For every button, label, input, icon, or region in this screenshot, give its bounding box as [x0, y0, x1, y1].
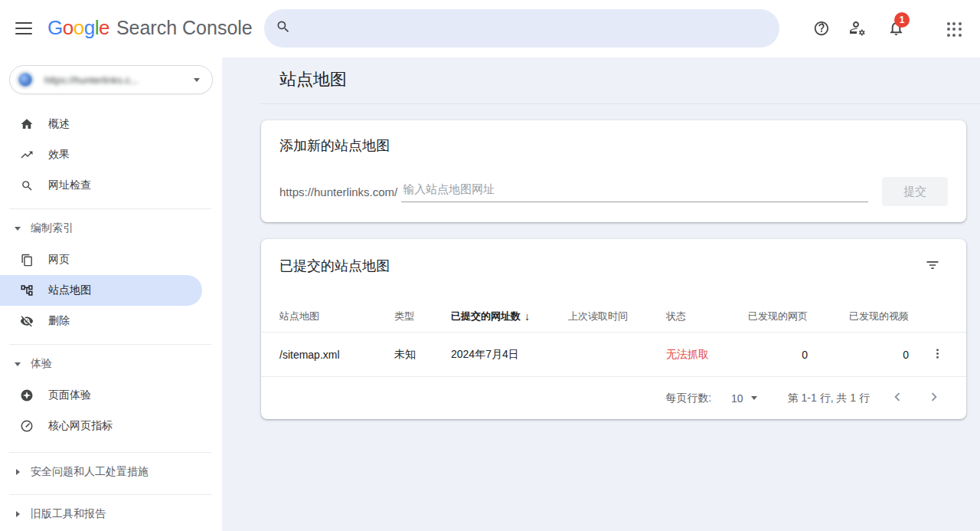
sidebar-item-label: 页面体验 [48, 388, 91, 402]
user-settings-button[interactable] [847, 18, 868, 40]
sort-desc-icon: ↓ [524, 310, 530, 323]
pagination-range: 第 1-1 行, 共 1 行 [788, 392, 870, 405]
sidebar-item-label: 概述 [48, 117, 70, 131]
sidebar-item-performance[interactable]: 效果 [0, 139, 202, 170]
sidebar-item-overview[interactable]: 概述 [0, 109, 202, 139]
rows-per-page-select[interactable]: 10 [731, 392, 757, 405]
row-menu-button[interactable] [927, 344, 949, 365]
sidebar-item-label: 核心网页指标 [48, 419, 113, 433]
col-header-discovered-pages[interactable]: 已发现的网页 [746, 310, 808, 323]
col-header-sitemap[interactable]: 站点地图 [279, 310, 394, 323]
chevron-down-icon [194, 78, 200, 82]
cell-submitted: 2024年7月4日 [451, 348, 568, 362]
chevron-right-icon [926, 388, 942, 408]
section-indexing[interactable]: 编制索引 [0, 217, 222, 240]
caret-down-icon [15, 362, 21, 366]
logo-letter: o [74, 16, 84, 40]
divider [261, 103, 980, 104]
logo-letter: o [63, 16, 74, 40]
col-header-label: 已提交的网址数 [451, 310, 521, 323]
sidebar-item-label: 站点地图 [48, 284, 91, 297]
logo-letter: G [47, 16, 63, 40]
sidebar-item-removals[interactable]: 删除 [0, 306, 202, 336]
search-input[interactable] [300, 22, 779, 35]
divider [9, 344, 211, 345]
sidebar-item-sitemaps[interactable]: 站点地图 [0, 275, 202, 306]
submitted-sitemaps-title: 已提交的站点地图 [279, 257, 390, 275]
cell-type: 未知 [394, 348, 451, 362]
sidebar-item-url-inspection[interactable]: 网址检查 [0, 170, 202, 201]
sidebar-nav: 概述 效果 网址检查 编制索引 [0, 109, 222, 526]
section-label: 编制索引 [31, 221, 74, 235]
previous-page-button[interactable] [888, 389, 906, 408]
next-page-button[interactable] [925, 389, 943, 408]
section-label: 旧版工具和报告 [31, 507, 106, 521]
rows-per-page-value: 10 [731, 392, 743, 405]
google-apps-button[interactable] [943, 18, 965, 40]
page-experience-icon [20, 388, 34, 402]
section-security-manual-actions[interactable]: 安全问题和人工处置措施 [0, 461, 222, 483]
search-console-app: G o o g l e Search Console [0, 0, 980, 531]
add-sitemap-title: 添加新的站点地图 [279, 136, 390, 155]
col-header-last-read[interactable]: 上次读取时间 [568, 310, 666, 323]
sidebar-item-label: 网页 [48, 253, 70, 267]
search-icon [20, 179, 34, 192]
property-avatar [15, 70, 35, 90]
sidebar-item-label: 网址检查 [48, 179, 91, 192]
sitemap-url-input[interactable] [401, 181, 868, 202]
logo-letter: e [99, 16, 109, 40]
filter-button[interactable] [923, 257, 942, 276]
divider [9, 208, 211, 209]
divider [9, 494, 211, 495]
add-sitemap-card: 添加新的站点地图 https://hunterlinks.com/ 提交 [261, 120, 966, 222]
section-label: 体验 [31, 357, 52, 371]
top-app-bar: G o o g l e Search Console [0, 0, 980, 57]
logo-letter: g [84, 16, 95, 40]
table-pagination: 每页行数: 10 第 1-1 行, 共 1 行 [261, 377, 966, 419]
help-icon [813, 19, 831, 40]
col-header-submitted-sorted[interactable]: 已提交的网址数 ↓ [451, 310, 568, 323]
product-name: Search Console [116, 17, 253, 39]
chevron-down-icon [751, 396, 757, 400]
sidebar-item-page-experience[interactable]: 页面体验 [0, 380, 202, 411]
rows-per-page-label: 每页行数: [665, 392, 711, 405]
caret-right-icon [16, 469, 20, 475]
sidebar-item-pages[interactable]: 网页 [0, 244, 202, 275]
section-experience[interactable]: 体验 [0, 352, 222, 375]
trending-up-icon [20, 148, 34, 162]
search-icon [276, 19, 291, 38]
apps-grid-icon [947, 22, 962, 37]
section-legacy-tools[interactable]: 旧版工具和报告 [0, 503, 222, 526]
col-header-discovered-videos[interactable]: 已发现的视频 [808, 310, 909, 323]
sitemap-icon [20, 284, 34, 297]
cell-sitemap-path: /sitemap.xml [279, 349, 394, 361]
submit-button[interactable]: 提交 [882, 177, 948, 206]
more-vert-icon [930, 346, 945, 363]
caret-down-icon [15, 227, 21, 231]
help-button[interactable] [811, 18, 832, 40]
notifications-button[interactable]: 1 [885, 18, 906, 40]
section-label: 安全问题和人工处置措施 [31, 465, 149, 479]
sidebar-item-core-web-vitals[interactable]: 核心网页指标 [0, 411, 202, 441]
global-search-bar[interactable] [264, 9, 779, 48]
url-prefix: https://hunterlinks.com/ [279, 185, 397, 198]
col-header-type[interactable]: 类型 [394, 310, 451, 323]
cell-discovered-videos: 0 [808, 349, 909, 361]
divider [9, 452, 211, 453]
app-logo[interactable]: G o o g l e Search Console [47, 16, 253, 40]
gauge-icon [20, 419, 34, 433]
filter-icon [925, 257, 940, 276]
sidebar: https://hunterlinks.c... 概述 效果 网址检查 [0, 57, 222, 531]
property-selector[interactable]: https://hunterlinks.c... [9, 65, 213, 94]
home-icon [20, 117, 34, 131]
pages-icon [20, 253, 34, 267]
chevron-left-icon [889, 388, 906, 408]
user-gear-icon [848, 18, 867, 40]
menu-icon[interactable] [15, 22, 32, 34]
col-header-status[interactable]: 状态 [666, 310, 746, 323]
table-row[interactable]: /sitemap.xml 未知 2024年7月4日 无法抓取 0 0 [261, 333, 966, 377]
cell-status: 无法抓取 [666, 348, 746, 362]
table-header-row: 站点地图 类型 已提交的网址数 ↓ 上次读取时间 状态 已发现的网页 已发现的视… [261, 300, 966, 333]
page-title: 站点地图 [279, 68, 347, 91]
sidebar-item-label: 删除 [48, 314, 70, 328]
